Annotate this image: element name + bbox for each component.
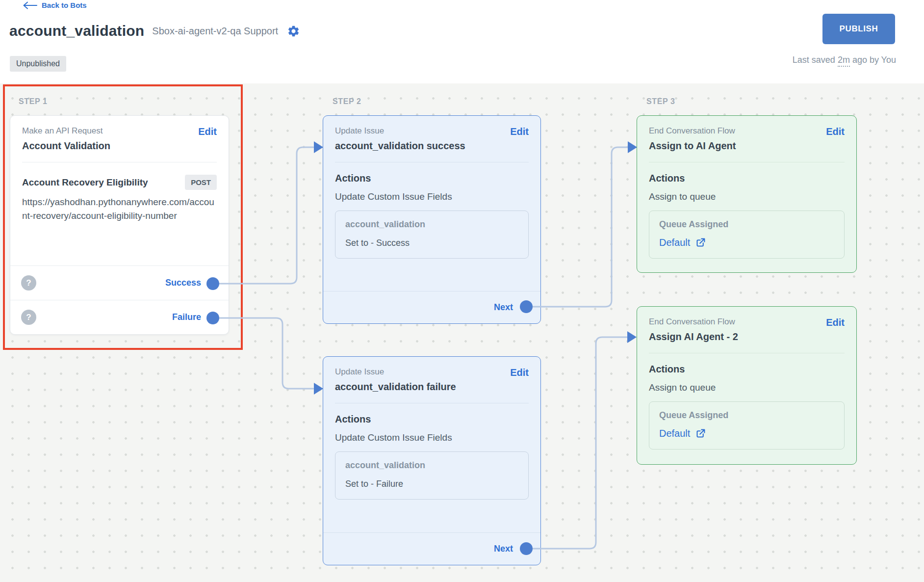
http-method-badge: POST [185, 175, 217, 190]
card-type-label: Make an API Request [22, 126, 103, 136]
arrow-right-icon [314, 141, 323, 153]
edit-button[interactable]: Edit [826, 317, 845, 328]
field-value: Set to - Success [345, 238, 518, 248]
last-saved-suffix: ago by You [852, 55, 896, 65]
queue-box: Queue Assigned Default [649, 211, 845, 259]
actions-heading: Actions [323, 403, 540, 425]
back-to-bots-link[interactable]: Back to Bots [23, 1, 87, 9]
page-subtitle: Sbox-ai-agent-v2-qa Support [152, 26, 278, 37]
queue-default-link[interactable]: Default [659, 237, 706, 248]
card-type-label: Update Issue [335, 367, 384, 377]
actions-heading: Actions [323, 162, 540, 184]
queue-box-label: Queue Assigned [659, 219, 834, 230]
connector-next-to-step3-1 [526, 147, 627, 307]
card-title: Assign AI Agent - 2 [649, 331, 845, 343]
custom-field-box: account_validation Set to - Failure [335, 451, 529, 500]
help-icon[interactable]: ? [21, 310, 36, 325]
api-url: https://yashodhan.pythonanywhere.com/acc… [10, 190, 229, 223]
next-port-node[interactable] [520, 300, 533, 313]
queue-default-link[interactable]: Default [659, 428, 706, 439]
card-title: Account Validation [22, 140, 217, 152]
edit-button[interactable]: Edit [510, 126, 529, 137]
action-label: Assign to queue [637, 184, 856, 202]
back-arrow-icon [23, 1, 37, 9]
last-saved-text: Last saved 2m ago by You [793, 55, 896, 67]
external-link-icon [695, 428, 706, 439]
next-port-label: Next [494, 302, 513, 313]
success-outcome-row[interactable]: ? Success [10, 265, 229, 300]
arrow-right-icon [314, 383, 323, 395]
flow-canvas[interactable]: STEP 1 STEP 2 STEP 3 Make an API Request… [0, 83, 924, 582]
help-icon[interactable]: ? [21, 275, 36, 291]
action-label: Update Custom Issue Fields [323, 184, 540, 202]
field-value: Set to - Failure [345, 479, 518, 489]
page-title: account_validation [9, 23, 144, 39]
field-name: account_validation [345, 219, 518, 230]
arrow-right-icon [628, 141, 637, 153]
custom-field-box: account_validation Set to - Success [335, 211, 529, 259]
edit-button[interactable]: Edit [510, 367, 529, 378]
page-header: Back to Bots account_validation Sbox-ai-… [0, 0, 924, 83]
connector-next-to-step3-2 [526, 337, 627, 549]
back-link-label: Back to Bots [42, 1, 87, 9]
failure-port-label: Failure [172, 312, 201, 322]
bot-settings-button[interactable] [287, 25, 300, 38]
step1-label: STEP 1 [19, 97, 47, 106]
api-name: Account Recovery Eligibility [22, 177, 148, 188]
queue-box: Queue Assigned Default [649, 401, 845, 450]
next-port-row[interactable]: Next [323, 291, 540, 323]
card-title: account_validation success [335, 140, 529, 152]
card-type-label: End Conversation Flow [649, 317, 735, 327]
field-name: account_validation [345, 460, 518, 471]
queue-link-label: Default [659, 237, 690, 248]
step3-label: STEP 3 [646, 97, 675, 106]
success-port-node[interactable] [206, 277, 219, 290]
success-port-label: Success [165, 278, 201, 288]
end-flow-card-2[interactable]: End Conversation Flow Edit Assign AI Age… [637, 306, 857, 465]
next-port-label: Next [494, 544, 513, 554]
api-request-card[interactable]: Make an API Request Edit Account Validat… [10, 115, 229, 335]
next-port-row[interactable]: Next [323, 532, 540, 565]
card-title: Assign to AI Agent [649, 140, 845, 152]
edit-button[interactable]: Edit [198, 126, 217, 137]
actions-heading: Actions [637, 353, 856, 375]
failure-port-node[interactable] [206, 312, 219, 324]
action-label: Assign to queue [637, 375, 856, 393]
card-type-label: Update Issue [335, 126, 384, 136]
last-saved-time[interactable]: 2m [838, 55, 850, 67]
next-port-node[interactable] [520, 542, 533, 555]
update-issue-success-card[interactable]: Update Issue Edit account_validation suc… [323, 115, 541, 324]
status-badge: Unpublished [10, 56, 66, 72]
gear-icon [287, 25, 300, 38]
arrow-right-icon [627, 331, 637, 343]
update-issue-failure-card[interactable]: Update Issue Edit account_validation fai… [323, 356, 541, 565]
card-type-label: End Conversation Flow [649, 126, 735, 136]
queue-link-label: Default [659, 428, 690, 439]
queue-box-label: Queue Assigned [659, 410, 834, 421]
failure-outcome-row[interactable]: ? Failure [10, 300, 229, 334]
publish-button[interactable]: PUBLISH [822, 14, 895, 44]
actions-heading: Actions [637, 162, 856, 184]
action-label: Update Custom Issue Fields [323, 425, 540, 443]
last-saved-prefix: Last saved [793, 55, 835, 65]
edit-button[interactable]: Edit [826, 126, 845, 137]
step2-label: STEP 2 [333, 97, 361, 106]
end-flow-card-1[interactable]: End Conversation Flow Edit Assign to AI … [637, 115, 857, 273]
card-title: account_validation failure [335, 381, 529, 393]
external-link-icon [695, 238, 706, 248]
